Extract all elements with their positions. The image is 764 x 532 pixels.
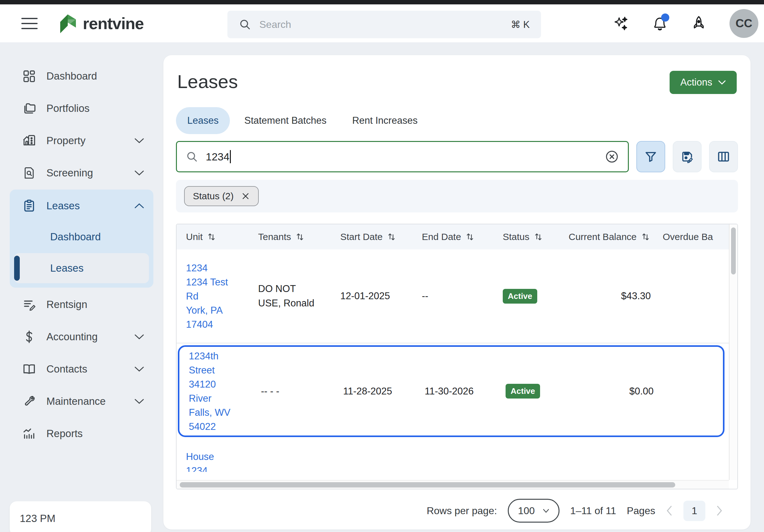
column-header-status[interactable]: Status (493, 231, 559, 242)
sort-icon (207, 232, 216, 242)
clear-search-icon[interactable] (605, 149, 619, 164)
rentvine-logo[interactable]: rentvine (58, 11, 144, 36)
sidebar-item-label: Property (46, 135, 86, 147)
sidebar-subitem-leases-dashboard[interactable]: Dashboard (10, 222, 153, 252)
next-page-icon[interactable] (716, 505, 723, 516)
contacts-book-icon (22, 362, 36, 376)
sidebar-item-leases[interactable]: Leases (10, 190, 153, 222)
unit-link[interactable]: 1234 1234 Test Rd York, PA 17404 (186, 261, 228, 332)
leases-table: Unit Tenants Start Date End Date (176, 224, 738, 489)
rows-per-page-label: Rows per page: (427, 505, 497, 517)
global-search-input[interactable]: Search ⌘ K (227, 11, 541, 38)
close-icon[interactable] (241, 192, 250, 200)
hamburger-menu-icon[interactable] (21, 15, 38, 32)
vertical-scrollbar-thumb[interactable] (731, 227, 736, 274)
chevron-down-icon (543, 509, 549, 513)
sidebar-item-screening[interactable]: Screening (10, 157, 153, 189)
chevron-down-icon (134, 366, 145, 372)
row-range-text: 1–11 of 11 (570, 505, 616, 517)
clock-widget: 123 PM (10, 501, 151, 532)
start-date-cell: 11-28-2025 (334, 347, 415, 436)
columns-icon (717, 150, 730, 164)
page-number-button[interactable]: 1 (683, 501, 705, 521)
sidebar-item-dashboard[interactable]: Dashboard (10, 60, 153, 92)
end-date-cell: 11-30-2026 (415, 347, 496, 436)
tab-statement-batches[interactable]: Statement Batches (233, 107, 338, 134)
actions-button-label: Actions (680, 77, 712, 88)
os-strip (0, 0, 764, 4)
unit-link[interactable]: House 1234 (186, 450, 214, 472)
column-header-start-date[interactable]: Start Date (331, 231, 412, 242)
tab-label: Leases (187, 115, 219, 126)
sidebar-item-label: Leases (46, 200, 80, 212)
horizontal-scrollbar-thumb[interactable] (180, 482, 675, 487)
columns-button[interactable] (709, 141, 738, 172)
previous-page-icon[interactable] (666, 505, 673, 516)
chevron-down-icon (718, 80, 726, 85)
pagination-bar: Rows per page: 100 1–11 of 11 Pages 1 (172, 495, 742, 526)
app-header: rentvine Search ⌘ K (0, 4, 764, 42)
column-header-end-date[interactable]: End Date (412, 231, 493, 242)
status-filter-chip[interactable]: Status (2) (184, 186, 259, 206)
tenants-cell: -- - - (261, 384, 280, 399)
dollar-icon (22, 330, 36, 344)
avatar-initials: CC (735, 17, 752, 30)
whats-new-rocket-icon[interactable] (690, 15, 707, 32)
horizontal-scrollbar[interactable] (177, 480, 729, 489)
avatar[interactable]: CC (729, 9, 758, 38)
dashboard-grid-icon (22, 69, 36, 83)
table-row[interactable]: 1234 1234 Test Rd York, PA 17404 DO NOT … (177, 249, 729, 343)
wrench-icon (22, 394, 36, 408)
sidebar-item-reports[interactable]: Reports (10, 417, 153, 450)
sidebar-item-maintenance[interactable]: Maintenance (10, 385, 153, 417)
sidebar-item-portfolios[interactable]: Portfolios (10, 92, 153, 124)
tenants-cell: DO NOT USE, Ronald (258, 282, 314, 311)
notifications-bell-icon[interactable] (652, 15, 668, 32)
sidebar-item-label: Rentsign (46, 299, 87, 311)
sort-icon (641, 232, 651, 242)
sidebar-item-property[interactable]: Property (10, 124, 153, 157)
lease-search-input[interactable]: 1234 (176, 141, 629, 172)
sidebar-item-accounting[interactable]: Accounting (10, 321, 153, 353)
leases-clipboard-icon (22, 199, 36, 213)
sidebar-subitem-leases-leases[interactable]: Leases (14, 253, 149, 283)
filter-button[interactable] (636, 141, 665, 172)
column-header-current-balance[interactable]: Current Balance (559, 231, 653, 242)
clock-text: 123 PM (20, 513, 56, 524)
search-icon (186, 150, 198, 163)
saved-filters-button[interactable] (673, 141, 701, 172)
rentsign-icon (22, 298, 36, 312)
chevron-up-icon (134, 203, 145, 209)
sidebar: Dashboard Portfolios Property Screening (0, 42, 163, 532)
actions-button[interactable]: Actions (669, 71, 737, 94)
chevron-down-icon (134, 138, 145, 144)
tab-rent-increases[interactable]: Rent Increases (341, 107, 429, 134)
sidebar-item-contacts[interactable]: Contacts (10, 353, 153, 385)
table-row-highlighted[interactable]: 1234th Street 34120 River Falls, WV 5402… (177, 343, 729, 439)
saved-filter-edit-icon (680, 150, 694, 164)
text-cursor (230, 150, 231, 163)
sidebar-leases-group: Leases Dashboard Leases (10, 190, 153, 288)
tab-bar: Leases Statement Batches Rent Increases (172, 107, 742, 134)
ai-sparkles-icon[interactable] (613, 15, 629, 32)
table-row[interactable]: House 1234 (177, 439, 729, 472)
unit-link[interactable]: 1234th Street 34120 River Falls, WV 5402… (189, 349, 231, 434)
sidebar-item-rentsign[interactable]: Rentsign (10, 288, 153, 321)
tab-leases[interactable]: Leases (176, 107, 230, 134)
column-header-tenants[interactable]: Tenants (249, 231, 331, 242)
sort-icon (387, 232, 396, 242)
rows-per-page-value: 100 (518, 505, 535, 517)
tab-label: Rent Increases (352, 115, 418, 126)
column-header-overdue-balance[interactable]: Overdue Ba (653, 231, 729, 242)
column-header-unit[interactable]: Unit (177, 231, 249, 242)
global-search-placeholder: Search (259, 19, 291, 30)
vertical-scrollbar[interactable] (729, 224, 737, 480)
pages-label: Pages (627, 505, 655, 517)
status-badge: Active (505, 384, 540, 399)
leases-page-card: Leases Actions Leases Statement Batches … (163, 55, 750, 529)
row-highlight-border: 1234th Street 34120 River Falls, WV 5402… (178, 345, 724, 437)
sidebar-item-label: Maintenance (46, 395, 106, 407)
screening-doc-search-icon (22, 166, 36, 180)
keyboard-shortcut-hint: ⌘ K (511, 19, 530, 30)
rows-per-page-select[interactable]: 100 (508, 499, 559, 523)
